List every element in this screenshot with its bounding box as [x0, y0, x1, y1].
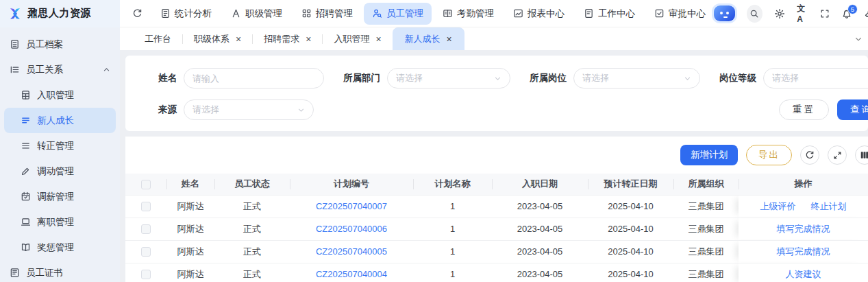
tab-job-grade-system[interactable]: 职级体系 ×	[183, 27, 252, 50]
table-row: 阿斯达 正式 CZ202507040004 1 2023-04-05 2025-…	[125, 263, 868, 282]
nav-item-job-grade[interactable]: 职级管理	[223, 3, 290, 25]
refresh-icon[interactable]	[132, 8, 142, 19]
table-toolbar: 新增计划 导出	[125, 142, 868, 174]
sidebar-item-newcomer-growth[interactable]: 新人成长	[4, 108, 116, 133]
sidebar-label: 新人成长	[37, 115, 74, 127]
department-select[interactable]: 请选择	[387, 68, 510, 89]
select-placeholder: 请选择	[193, 104, 219, 116]
select-all-checkbox[interactable]	[141, 180, 151, 189]
wrench-icon[interactable]	[864, 8, 868, 19]
plan-no-link[interactable]: CZ202507040004	[316, 269, 387, 279]
export-button[interactable]: 导出	[746, 145, 792, 165]
sidebar-label: 员工关系	[26, 64, 63, 76]
gear-icon[interactable]	[774, 8, 785, 19]
cell-name: 阿斯达	[166, 218, 214, 240]
cell-name: 阿斯达	[166, 195, 214, 218]
hr-suggestion-link[interactable]: 人资建议	[786, 268, 821, 281]
fullscreen-icon[interactable]	[820, 9, 830, 19]
table-panel: 新增计划 导出	[125, 137, 868, 282]
sidebar-label: 调薪管理	[37, 191, 74, 203]
sidebar-item-rewards-punishments[interactable]: 奖惩管理	[0, 235, 120, 260]
chevron-down-icon[interactable]	[854, 35, 863, 43]
add-plan-button[interactable]: 新增计划	[680, 145, 738, 165]
cell-plan-name: 1	[413, 195, 492, 218]
close-icon[interactable]: ×	[236, 34, 241, 44]
nav-item-approval[interactable]: 审批中心	[646, 3, 714, 25]
source-select[interactable]: 请选择	[184, 99, 314, 120]
col-actions: 操作	[739, 174, 868, 195]
col-hire-date: 入职日期	[492, 174, 588, 195]
topbar-actions: 文A 5	[714, 3, 868, 24]
close-icon[interactable]: ×	[375, 34, 381, 44]
ai-assistant-icon[interactable]	[714, 5, 735, 21]
tab-label: 工作台	[145, 33, 171, 45]
filter-label: 所属岗位	[530, 72, 567, 84]
sidebar-item-employee-archive[interactable]: 员工档案	[0, 32, 120, 57]
close-icon[interactable]: ×	[306, 34, 311, 44]
sidebar-item-transfer[interactable]: 调动管理	[0, 158, 120, 184]
select-placeholder: 请选择	[772, 72, 799, 84]
position-select[interactable]: 请选择	[573, 68, 700, 89]
plan-no-link[interactable]: CZ202507040005	[316, 246, 387, 257]
nav-item-employee[interactable]: 员工管理	[364, 3, 432, 25]
cell-hire-date: 2023-04-05	[492, 218, 588, 240]
doc-lines-icon	[10, 39, 20, 49]
filter-department: 所属部门 请选择	[343, 68, 510, 89]
name-input[interactable]	[184, 68, 324, 89]
tab-newcomer-growth[interactable]: 新人成长 ×	[393, 27, 464, 50]
sidebar-item-probation[interactable]: 转正管理	[0, 133, 120, 158]
tab-bar: 工作台 职级体系 × 招聘需求 × 入职管理 × 新人成长 ×	[120, 27, 868, 50]
translate-icon[interactable]: 文A	[797, 3, 808, 24]
reset-button[interactable]: 重置	[779, 99, 829, 120]
chart-icon	[513, 8, 523, 19]
row-checkbox[interactable]	[141, 247, 151, 257]
fill-completion-link[interactable]: 填写完成情况	[777, 246, 830, 258]
sidebar-item-certificates[interactable]: 员工证书	[0, 260, 120, 282]
row-checkbox[interactable]	[141, 224, 151, 234]
growth-plan-table: 姓名 员工状态 计划编号 计划名称 入职日期 预计转正日期 所属组织 操作 阿斯…	[125, 174, 868, 282]
sidebar-item-salary-adjust[interactable]: 调薪管理	[0, 184, 120, 209]
terminate-plan-link[interactable]: 终止计划	[811, 200, 847, 213]
laptop-icon	[21, 217, 31, 227]
sidebar-item-employee-relations[interactable]: 员工关系	[0, 57, 120, 82]
nav-item-workcenter[interactable]: 工作中心	[575, 3, 643, 25]
tab-onboarding[interactable]: 入职管理 ×	[323, 27, 392, 50]
search-icon[interactable]	[747, 5, 762, 23]
fill-completion-link[interactable]: 填写完成情况	[777, 223, 830, 235]
nav-item-reports[interactable]: 报表中心	[505, 3, 573, 25]
col-plan-name: 计划名称	[413, 174, 492, 195]
sidebar: 员工档案 员工关系 入职管理 新人成长 转正管理 调动管理 调薪管理	[0, 27, 120, 282]
query-button[interactable]: 查询	[837, 99, 868, 120]
table-row: 阿斯达 正式 CZ202507040006 1 2023-04-05 2025-…	[125, 218, 868, 240]
column-settings-icon[interactable]	[855, 145, 868, 165]
refresh-table-icon[interactable]	[800, 145, 819, 165]
cell-confirm-date: 2025-04-10	[588, 240, 673, 263]
nav-label: 工作中心	[598, 8, 635, 20]
nav-label: 招聘管理	[316, 8, 353, 20]
plan-no-link[interactable]: CZ202507040007	[316, 201, 387, 211]
nav-item-attendance[interactable]: 考勤管理	[434, 3, 502, 25]
plan-no-link[interactable]: CZ202507040006	[316, 224, 387, 234]
superior-evaluation-link[interactable]: 上级评价	[760, 200, 796, 213]
doc-grid-icon	[21, 90, 31, 100]
nav-item-recruiting[interactable]: 招聘管理	[293, 3, 361, 25]
name-input-field[interactable]	[193, 73, 315, 84]
row-checkbox[interactable]	[141, 202, 151, 211]
expand-table-icon[interactable]	[828, 145, 847, 165]
cell-hire-date: 2023-04-05	[492, 240, 588, 263]
sidebar-label: 离职管理	[37, 216, 74, 228]
tab-workbench[interactable]: 工作台	[134, 27, 182, 50]
tab-label: 招聘需求	[264, 33, 299, 45]
notifications-bell-icon[interactable]: 5	[841, 8, 852, 19]
sidebar-item-resignation[interactable]: 离职管理	[0, 209, 120, 235]
sidebar-label: 转正管理	[37, 140, 74, 152]
row-checkbox[interactable]	[141, 270, 151, 279]
brand-logo-icon	[8, 7, 22, 21]
nav-item-statistics[interactable]: 统计分析	[152, 3, 220, 25]
sidebar-item-onboarding[interactable]: 入职管理	[0, 82, 120, 108]
close-icon[interactable]: ×	[447, 34, 452, 44]
select-all-header[interactable]	[125, 174, 166, 195]
notification-badge: 5	[847, 4, 858, 14]
tab-recruit-demand[interactable]: 招聘需求 ×	[253, 27, 322, 50]
grade-select[interactable]: 请选择	[763, 68, 868, 89]
